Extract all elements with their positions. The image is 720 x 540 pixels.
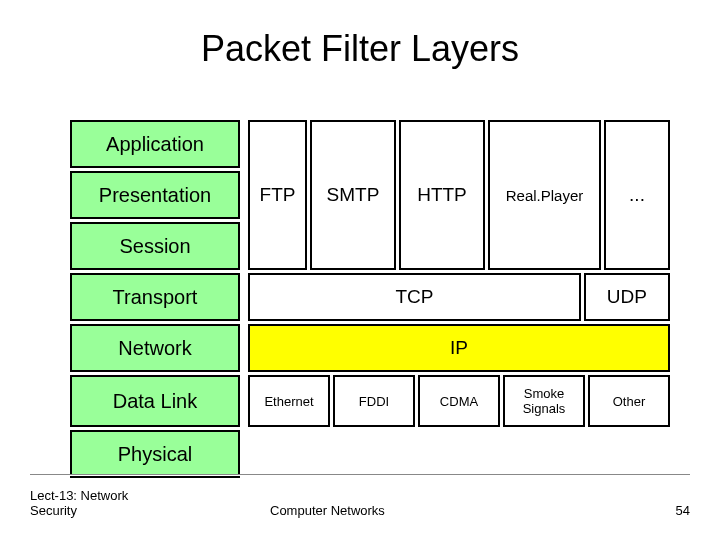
slide-title: Packet Filter Layers: [0, 28, 720, 70]
proto-fddi: FDDI: [333, 375, 415, 427]
proto-http: HTTP: [399, 120, 485, 270]
proto-ftp: FTP: [248, 120, 307, 270]
proto-realplayer: Real.Player: [488, 120, 601, 270]
osi-session: Session: [70, 222, 240, 270]
proto-tcp: TCP: [248, 273, 581, 321]
proto-smtp: SMTP: [310, 120, 396, 270]
footer-page: 54: [630, 503, 690, 518]
footer-lecture-a: Lect-13: Network: [30, 488, 190, 503]
slide-footer: Lect-13: Network Security Computer Netwo…: [30, 488, 690, 518]
osi-presentation: Presentation: [70, 171, 240, 219]
proto-udp: UDP: [584, 273, 670, 321]
proto-cdma: CDMA: [418, 375, 500, 427]
footer-rule: [30, 474, 690, 476]
footer-lecture-b: Security: [30, 503, 190, 518]
proto-ip: IP: [248, 324, 670, 372]
osi-network: Network: [70, 324, 240, 372]
osi-transport: Transport: [70, 273, 240, 321]
osi-datalink: Data Link: [70, 375, 240, 427]
proto-other: Other: [588, 375, 670, 427]
proto-more: ...: [604, 120, 670, 270]
layer-diagram: Application Presentation Session Transpo…: [70, 120, 670, 481]
footer-course: Computer Networks: [270, 503, 385, 518]
proto-smoke: Smoke Signals: [503, 375, 585, 427]
osi-application: Application: [70, 120, 240, 168]
osi-physical: Physical: [70, 430, 240, 478]
proto-ethernet: Ethernet: [248, 375, 330, 427]
